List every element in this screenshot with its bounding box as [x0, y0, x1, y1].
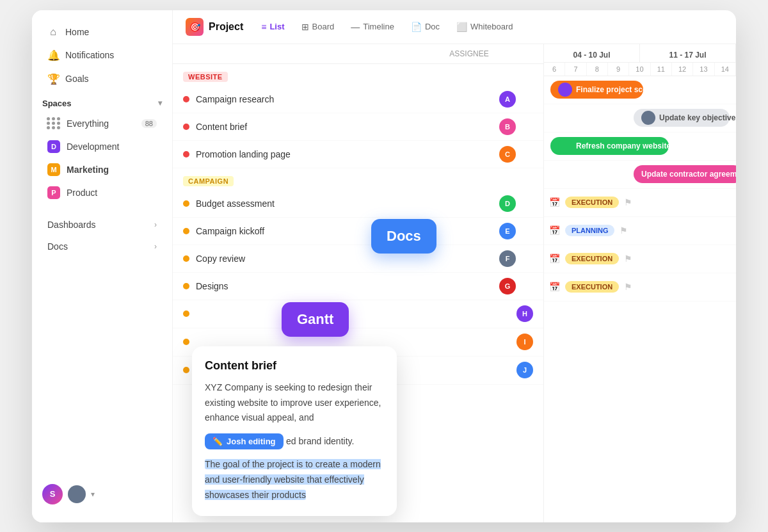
avatar: B: [499, 118, 516, 135]
app-container: ⌂ Home 🔔 Notifications 🏆 Goals Spaces ▾: [32, 10, 736, 522]
avatar: F: [499, 250, 516, 267]
avatar: C: [499, 146, 516, 163]
sidebar-item-development[interactable]: D Development: [37, 136, 167, 157]
task-bullet-red: [183, 151, 189, 157]
docs-card-text-2: ed brand identity.: [286, 436, 354, 446]
task-name: Promotion landing page: [196, 149, 482, 159]
sidebar-item-notifications[interactable]: 🔔 Notifications: [37, 44, 167, 67]
docs-card-text-3: The goal of the project is to create a m…: [205, 457, 384, 503]
user-profile[interactable]: S ▾: [32, 476, 172, 512]
avatar: S: [42, 484, 63, 504]
task-row[interactable]: Copy review F: [173, 245, 543, 273]
trophy-icon: 🏆: [47, 73, 59, 85]
calendar-icon: 📅: [549, 254, 560, 264]
sidebar-item-docs[interactable]: Docs ›: [37, 236, 167, 257]
chevron-right-icon: ›: [154, 220, 157, 229]
spaces-section-header[interactable]: Spaces ▾: [32, 91, 172, 112]
floating-gantt-label: Gantt: [282, 302, 349, 337]
timeline-icon: —: [351, 22, 360, 32]
gantt-week-2: 11 - 17 Jul: [640, 44, 736, 62]
tab-board[interactable]: ⊞ Board: [294, 18, 342, 36]
gantt-label-text: Gantt: [297, 311, 333, 327]
task-bullet-yellow: [183, 283, 189, 289]
tab-list-label: List: [269, 22, 284, 31]
sidebar-item-home[interactable]: ⌂ Home: [37, 21, 167, 43]
task-name: Campaign research: [196, 94, 482, 104]
task-row[interactable]: Campaign kickoff E: [173, 218, 543, 245]
sidebar-label-notifications: Notifications: [65, 50, 114, 60]
everything-count: 88: [141, 119, 157, 128]
gantt-row: Refresh company website: [544, 133, 736, 161]
docs-label: Docs: [47, 241, 68, 252]
gantt-row: Update contractor agreement: [544, 161, 736, 189]
task-row[interactable]: Content brief B: [173, 113, 543, 141]
docs-card-title: Content brief: [205, 359, 384, 373]
task-row[interactable]: Promotion landing page C: [173, 141, 543, 168]
task-row[interactable]: Budget assessment D: [173, 190, 543, 218]
calendar-icon: 📅: [549, 225, 560, 236]
tab-whiteboard[interactable]: ⬜ Whiteboard: [449, 18, 520, 36]
sidebar-label-home: Home: [65, 27, 89, 37]
assignee-col-header: ASSIGNEE: [444, 49, 495, 58]
flag-icon: ⚑: [620, 225, 628, 236]
task-name: Designs: [196, 281, 482, 291]
task-row[interactable]: Campaign research A: [173, 86, 543, 113]
sidebar-label-goals: Goals: [65, 74, 89, 84]
task-assignee: B: [482, 118, 533, 135]
sidebar: ⌂ Home 🔔 Notifications 🏆 Goals Spaces ▾: [32, 10, 173, 522]
tab-list[interactable]: ≡ List: [253, 18, 292, 36]
tab-timeline[interactable]: — Timeline: [343, 18, 402, 36]
header-tabs: ≡ List ⊞ Board — Timeline 📄 Doc ⬜ Whi: [253, 18, 520, 36]
gantt-day: 12: [672, 63, 693, 76]
sidebar-item-goals[interactable]: 🏆 Goals: [37, 68, 167, 90]
task-name: Copy review: [196, 254, 482, 264]
everything-label: Everything: [67, 118, 109, 129]
task-row[interactable]: Designs G: [173, 273, 543, 300]
gantt-week-1: 04 - 10 Jul: [544, 44, 640, 62]
gantt-day: 13: [693, 63, 714, 76]
board-icon: ⊞: [301, 22, 309, 32]
gantt-day-headers: 6 7 8 9 10 11 12 13 14: [544, 63, 736, 76]
spaces-label: Spaces: [42, 99, 72, 108]
dashboards-label: Dashboards: [47, 220, 96, 230]
user-initial: S: [50, 489, 56, 499]
dev-label: Development: [67, 141, 120, 152]
chevron-right-icon-docs: ›: [154, 242, 157, 251]
sidebar-item-product[interactable]: P Product: [37, 182, 167, 204]
gantt-day: 14: [715, 63, 736, 76]
avatar: H: [516, 305, 533, 322]
floating-docs-label: Docs: [371, 219, 436, 254]
section-website: WEBSITE Campaign research A Content brie…: [173, 64, 543, 168]
gantt-day: 8: [587, 63, 608, 76]
task-row[interactable]: H: [173, 300, 543, 328]
flag-icon: ⚑: [624, 254, 632, 264]
task-bullet-yellow: [183, 339, 189, 345]
sidebar-item-everything[interactable]: Everything 88: [37, 113, 167, 134]
task-assignee: D: [482, 195, 533, 212]
tab-doc[interactable]: 📄 Doc: [403, 18, 447, 36]
bell-icon: 🔔: [47, 49, 59, 61]
list-header-row: ASSIGNEE: [173, 44, 543, 64]
gantt-badge-row: 📅 EXECUTION ⚑: [544, 189, 736, 217]
section-label-campaign: CAMPAIGN: [183, 176, 234, 186]
gantt-panel: 04 - 10 Jul 11 - 17 Jul 6 7 8 9 10 11 12…: [544, 44, 736, 522]
avatar: I: [516, 334, 533, 350]
gantt-day: 9: [608, 63, 629, 76]
task-bullet-yellow: [183, 255, 189, 262]
task-name: Content brief: [196, 122, 482, 132]
avatar: A: [499, 91, 516, 108]
sidebar-item-dashboards[interactable]: Dashboards ›: [37, 214, 167, 235]
flag-icon: ⚑: [624, 197, 632, 207]
product-label: Product: [67, 188, 97, 198]
user-avatar-photo: [68, 485, 86, 503]
marketing-icon: M: [47, 163, 60, 176]
gantt-body: Finalize project scope Update key object…: [544, 76, 736, 302]
gantt-week-headers: 04 - 10 Jul 11 - 17 Jul: [544, 44, 736, 63]
gantt-bar-finalize: Finalize project scope: [550, 81, 643, 99]
sidebar-item-marketing[interactable]: M Marketing: [37, 159, 167, 181]
project-icon: 🎯: [186, 18, 204, 36]
docs-label-text: Docs: [387, 228, 421, 244]
everything-icon: [47, 117, 60, 130]
gantt-row: Finalize project scope: [544, 76, 736, 104]
task-name: Budget assessment: [196, 198, 482, 209]
